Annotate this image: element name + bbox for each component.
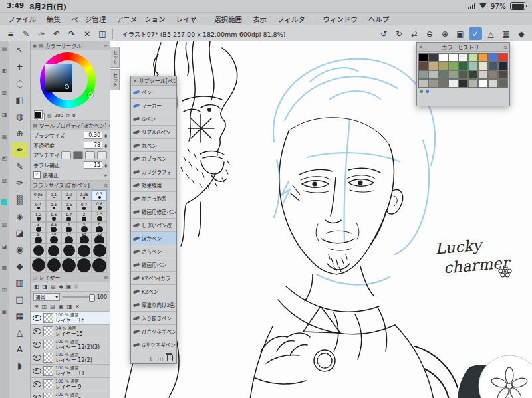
menu-item-0[interactable]: ファイル bbox=[8, 14, 36, 24]
dock-icon-11[interactable]: ◫ bbox=[1, 287, 7, 293]
brush-size-cell[interactable]: 0.6 bbox=[61, 201, 76, 211]
color-swatch-26[interactable] bbox=[498, 70, 508, 79]
redo-icon[interactable]: ↷ bbox=[65, 27, 78, 40]
subtool-item-3[interactable]: リアルGペン bbox=[131, 126, 176, 139]
color-swatch-1[interactable] bbox=[428, 53, 438, 62]
wheel-tab-icon[interactable]: ◉ bbox=[33, 43, 37, 49]
layer-thumbnail[interactable] bbox=[43, 379, 53, 389]
visibility-eye-icon[interactable] bbox=[33, 342, 41, 348]
color-swatch-3[interactable] bbox=[448, 53, 458, 62]
current-tool-icon[interactable]: ✎ bbox=[19, 27, 33, 40]
antialias-option-2[interactable] bbox=[85, 151, 95, 159]
dock-icon-3[interactable]: ◨ bbox=[1, 112, 7, 118]
subtool-item-13[interactable]: 線画用ペン bbox=[131, 258, 176, 272]
flip-horizontal-icon[interactable]: ⇄ bbox=[408, 27, 421, 40]
visibility-eye-icon[interactable] bbox=[33, 328, 41, 334]
brush-size-cell[interactable]: 2.5 bbox=[92, 211, 107, 222]
subtool-item-11[interactable]: ぼかペン bbox=[131, 232, 176, 245]
menu-item-9[interactable]: ヘルプ bbox=[368, 14, 390, 24]
palette-menu-icon[interactable]: ≡ bbox=[4, 27, 17, 40]
airbrush-tool[interactable]: ▒ bbox=[12, 192, 28, 208]
brush-size-cell[interactable]: 0.25 bbox=[76, 190, 92, 201]
brush-size-cell[interactable]: 0.8 bbox=[92, 201, 107, 211]
color-swatch-22[interactable] bbox=[458, 70, 468, 79]
subtool-item-17[interactable]: 入り抜きペン bbox=[131, 312, 176, 325]
color-swatch-12[interactable] bbox=[448, 62, 458, 70]
layer-thumbnail[interactable] bbox=[43, 326, 53, 336]
subtool-item-15[interactable]: KZペン bbox=[131, 285, 176, 298]
color-swatch-27[interactable] bbox=[418, 79, 428, 88]
blend-tool[interactable]: ◉ bbox=[12, 242, 28, 258]
color-swatch-30[interactable] bbox=[448, 79, 458, 88]
layers-tab-icon[interactable]: ◫ bbox=[33, 275, 37, 280]
swap-color-icon[interactable]: ⇄ bbox=[66, 113, 70, 118]
color-swatch-31[interactable] bbox=[458, 79, 468, 88]
slider-tab-icon[interactable]: ▤ bbox=[39, 43, 43, 49]
expand-icon[interactable]: ▸ bbox=[104, 173, 107, 178]
combine-layer-icon[interactable]: ◨ bbox=[66, 304, 72, 310]
text-tool[interactable]: A bbox=[12, 342, 28, 357]
panel-menu-icon[interactable]: ≡ bbox=[503, 45, 507, 50]
layer-opacity-slider[interactable] bbox=[62, 296, 95, 298]
dock-icon-4[interactable]: ▦ bbox=[1, 134, 7, 140]
color-swatch-13[interactable] bbox=[458, 62, 468, 70]
menu-item-8[interactable]: ウィンドウ bbox=[323, 14, 358, 24]
brush-size-cell[interactable]: 1.5 bbox=[46, 211, 61, 222]
brush-size-cell[interactable] bbox=[92, 258, 107, 272]
blend-mode-select[interactable]: 通常▼ bbox=[33, 293, 60, 301]
layer-row-5[interactable]: 100 % 通常レイヤー 9 bbox=[31, 378, 110, 391]
layer-thumbnail[interactable] bbox=[43, 313, 53, 323]
color-swatch-33[interactable] bbox=[478, 79, 488, 88]
color-swatch-19[interactable] bbox=[428, 70, 438, 79]
undo-icon[interactable]: ↶ bbox=[50, 27, 63, 40]
color-swatch-5[interactable] bbox=[468, 53, 478, 62]
brush-size-cell[interactable]: 3 bbox=[31, 222, 46, 233]
foreground-color-chip[interactable] bbox=[35, 111, 42, 118]
auto-select-tool[interactable]: ◧ bbox=[12, 92, 28, 108]
new-layer-icon[interactable]: ⊞ bbox=[34, 304, 39, 310]
brush-size-cell[interactable]: 0.4 bbox=[31, 201, 46, 211]
ruler-icon[interactable]: △ bbox=[484, 27, 497, 40]
brush-size-cell[interactable]: 0.7 bbox=[76, 201, 92, 211]
brush-size-cell[interactable]: 8 bbox=[31, 233, 46, 243]
subtool-item-6[interactable]: カリグラフィ bbox=[131, 165, 176, 179]
color-swatch-11[interactable] bbox=[438, 62, 448, 70]
subtool-item-0[interactable]: ペン bbox=[131, 86, 176, 99]
current-subtool-icon[interactable]: ✑ bbox=[35, 27, 48, 40]
color-swatch-32[interactable] bbox=[468, 79, 478, 88]
brush-size-cell[interactable]: 4 bbox=[61, 222, 76, 233]
brush-size-cell[interactable]: 10 bbox=[46, 233, 61, 243]
brush-size-cell[interactable]: 6 bbox=[92, 222, 107, 233]
color-swatch-2[interactable] bbox=[438, 53, 448, 62]
color-swatch-6[interactable] bbox=[478, 53, 488, 62]
color-wheel[interactable] bbox=[31, 50, 110, 110]
color-swatch-14[interactable] bbox=[468, 62, 478, 70]
zoom-in-icon[interactable]: ⊕ bbox=[438, 27, 452, 40]
decoration-tool[interactable]: ◈ bbox=[12, 209, 28, 225]
brush-size-cell[interactable] bbox=[76, 243, 92, 258]
dock-icon-10[interactable]: ▩ bbox=[1, 265, 7, 271]
color-swatch-4[interactable] bbox=[458, 53, 468, 62]
visibility-eye-icon[interactable] bbox=[33, 381, 41, 387]
eraser-tool[interactable]: ◪ bbox=[12, 225, 28, 241]
subtool-item-4[interactable]: 丸ペン bbox=[131, 139, 176, 152]
menu-item-5[interactable]: 選択範囲 bbox=[214, 14, 242, 24]
brush-size-cell[interactable]: 1.7 bbox=[61, 211, 76, 222]
subtool-item-1[interactable]: マーカー bbox=[131, 99, 176, 112]
layer-row-3[interactable]: 100 % 通常レイヤー 12(2) bbox=[31, 351, 110, 365]
property-value[interactable]: 78 bbox=[84, 142, 102, 149]
layer-thumbnail[interactable] bbox=[43, 393, 53, 398]
palette-set-tab-1[interactable]: セット bbox=[110, 47, 120, 68]
brush-size-cell[interactable] bbox=[31, 258, 46, 272]
color-swatch-18[interactable] bbox=[418, 70, 428, 79]
snapshot-icon[interactable]: ◫ bbox=[96, 27, 109, 40]
color-swatch-0[interactable] bbox=[418, 53, 428, 62]
panel-menu-icon[interactable]: ≡ bbox=[104, 43, 108, 49]
subtool-item-9[interactable]: 線画用修正ペン bbox=[131, 205, 176, 219]
subtool-item-7[interactable]: 効果線用 bbox=[131, 179, 176, 192]
layer-clip-icon[interactable]: ◆ bbox=[59, 284, 63, 290]
history-dot-0[interactable] bbox=[420, 90, 423, 93]
color-swatch-15[interactable] bbox=[478, 62, 488, 70]
snap-icon[interactable]: ✓ bbox=[469, 27, 482, 40]
figure-tool[interactable]: □ bbox=[12, 292, 28, 308]
